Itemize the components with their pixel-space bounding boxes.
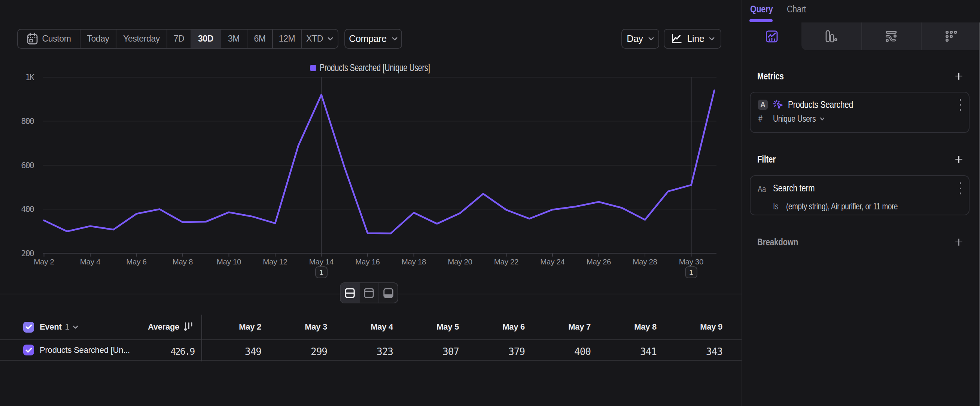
table-date-header[interactable]: May 7: [531, 315, 597, 339]
layout-table-only-button[interactable]: [379, 283, 398, 303]
average-label: Average: [148, 322, 179, 332]
annotation-badge[interactable]: 1: [689, 268, 693, 276]
cell-value: 323: [377, 346, 393, 357]
insights-report-app: CustomTodayYesterday7D30D3M6M12MXTD Comp…: [0, 0, 980, 406]
tab-query[interactable]: Query: [750, 3, 773, 15]
tab-insights[interactable]: [742, 22, 802, 50]
x-axis-label: May 26: [587, 257, 611, 266]
table-header-row: Event 1 Average May 2May 3May 4May 5May …: [0, 315, 741, 340]
tab-retention[interactable]: [921, 22, 980, 50]
table-cell: 323: [333, 340, 399, 360]
sort-descending-icon: [184, 322, 192, 332]
cell-value: 307: [442, 346, 459, 357]
table-cell: 343: [663, 340, 729, 360]
x-axis-label: May 4: [80, 257, 100, 266]
tab-chart[interactable]: Chart: [787, 3, 806, 15]
add-metric-button[interactable]: [955, 73, 963, 80]
average-column-header[interactable]: Average: [148, 322, 192, 332]
date-header-label: May 9: [700, 322, 722, 332]
filter-section-header: Filter: [757, 153, 969, 165]
chevron-down-icon: [820, 117, 825, 121]
table-row-values: 349299323307379400341343: [201, 340, 729, 360]
y-axis-label: 800: [21, 116, 34, 126]
table-date-header[interactable]: May 8: [597, 315, 663, 339]
breakdown-section-header: Breakdown: [757, 236, 969, 248]
x-axis-label: May 6: [126, 257, 146, 266]
layout-toggle-group: [340, 282, 398, 303]
table-cell: 299: [267, 340, 333, 360]
metric-name: Products Searched: [788, 99, 853, 110]
table-cell: 379: [465, 340, 531, 360]
tab-funnels[interactable]: [802, 22, 861, 50]
measurement-label: Unique Users: [773, 113, 816, 124]
filter-card[interactable]: Aa Search term Is (empty string), Air pu…: [750, 175, 969, 215]
tab-flows[interactable]: [861, 22, 921, 50]
y-axis-label: 1K: [25, 73, 35, 82]
y-axis-label: 200: [21, 249, 34, 258]
table-date-header[interactable]: May 6: [465, 315, 531, 339]
table-date-header[interactable]: May 2: [201, 315, 267, 339]
measurement-dropdown[interactable]: Unique Users: [773, 113, 825, 124]
row-checkbox[interactable]: [23, 345, 34, 355]
table-cell: 341: [597, 340, 663, 360]
filter-value[interactable]: (empty string), Air purifier, or 11 more: [786, 201, 898, 212]
breakdown-table: Event 1 Average May 2May 3May 4May 5May …: [0, 315, 741, 361]
date-header-label: May 8: [634, 322, 657, 332]
layout-chart-only-button[interactable]: [359, 283, 378, 303]
cell-value: 341: [640, 346, 657, 357]
table-header-left: Event 1 Average: [0, 315, 201, 339]
cell-value: 299: [311, 346, 327, 357]
x-axis-label: May 20: [448, 257, 472, 266]
table-row: Products Searched [Un... 426.9 349299323…: [0, 340, 741, 361]
x-axis-label: May 8: [173, 257, 193, 266]
add-filter-button[interactable]: [955, 156, 963, 163]
table-cell: 349: [201, 340, 267, 360]
date-header-label: May 2: [239, 322, 261, 332]
add-breakdown-button[interactable]: [955, 239, 963, 246]
panel-tabs: Query Chart: [742, 0, 980, 22]
table-date-header[interactable]: May 3: [267, 315, 333, 339]
filter-title: Filter: [757, 154, 776, 165]
line-chart[interactable]: 1K800600400200May 2May 4May 6May 8May 10…: [0, 0, 741, 296]
query-builder-panel: Query Chart: [741, 0, 980, 406]
x-axis-label: May 14: [309, 257, 334, 266]
filter-operator[interactable]: Is: [773, 201, 779, 212]
cell-value: 379: [508, 346, 525, 357]
filter-options-kebab-icon[interactable]: [954, 180, 967, 197]
metric-letter-badge: A: [758, 100, 768, 110]
event-column-header[interactable]: Event 1: [40, 322, 78, 332]
event-icon: [773, 100, 784, 111]
annotation-badge[interactable]: 1: [319, 268, 323, 276]
insights-icon: [742, 22, 802, 50]
table-date-header[interactable]: May 9: [663, 315, 729, 339]
y-axis-label: 400: [21, 204, 34, 214]
x-axis-label: May 28: [633, 257, 657, 266]
table-date-header[interactable]: May 5: [399, 315, 465, 339]
row-series-label: Products Searched [Un...: [40, 345, 130, 355]
table-date-headers: May 2May 3May 4May 5May 6May 7May 8May 9: [201, 315, 729, 339]
flows-icon: [861, 22, 921, 50]
table-column-divider: [201, 315, 202, 361]
retention-icon: [921, 22, 980, 50]
date-header-label: May 4: [371, 322, 393, 332]
metric-options-kebab-icon[interactable]: [954, 97, 967, 113]
x-axis-label: May 24: [540, 257, 565, 266]
select-all-checkbox[interactable]: [23, 322, 34, 333]
report-type-tabs: [742, 22, 980, 50]
filter-property-name: Search term: [773, 182, 815, 194]
date-header-label: May 6: [502, 322, 525, 332]
x-axis-label: May 10: [217, 257, 241, 266]
breakdown-title: Breakdown: [757, 237, 798, 248]
funnels-icon: [802, 22, 861, 50]
table-date-header[interactable]: May 4: [333, 315, 399, 339]
metric-card[interactable]: A Products Searched # Unique Users: [750, 92, 969, 133]
y-axis-label: 600: [21, 161, 34, 170]
x-axis-label: May 30: [679, 257, 703, 266]
tab-divider: [921, 22, 922, 50]
cell-value: 349: [245, 346, 261, 357]
string-property-icon: Aa: [758, 184, 766, 194]
x-axis-label: May 2: [34, 257, 54, 266]
layout-split-button[interactable]: [340, 283, 359, 303]
report-main-area: CustomTodayYesterday7D30D3M6M12MXTD Comp…: [0, 0, 741, 406]
series-line: [44, 90, 714, 233]
